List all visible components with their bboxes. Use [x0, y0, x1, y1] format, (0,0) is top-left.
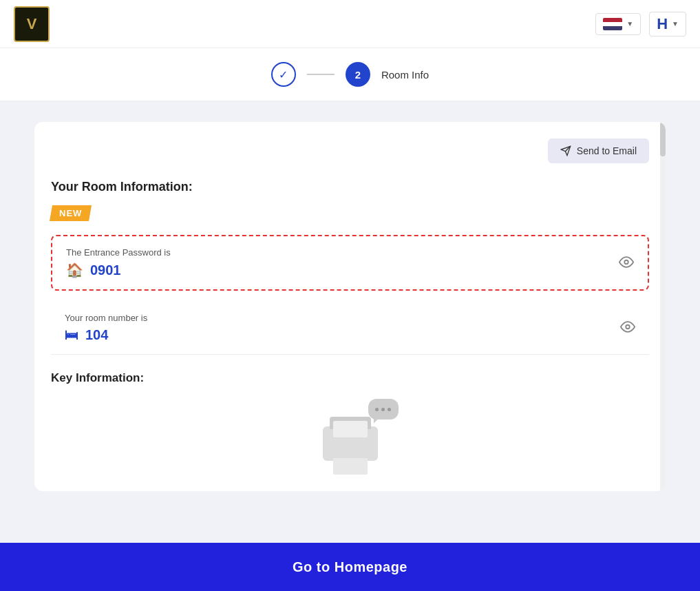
- key-illustration: [51, 399, 649, 475]
- hotel-selector[interactable]: H ▼: [649, 12, 686, 37]
- bed-icon: 🛏: [65, 327, 78, 343]
- printer-group: [323, 413, 378, 461]
- step-2-label: Room Info: [381, 69, 429, 81]
- dot3: [388, 408, 391, 411]
- info-card: Send to Email Your Room Information: NEW…: [34, 122, 666, 491]
- room-info-title: Your Room Information:: [51, 180, 649, 194]
- scroll-track: [660, 122, 666, 491]
- main-content: Send to Email Your Room Information: NEW…: [0, 101, 700, 550]
- send-icon: [560, 145, 571, 156]
- step-2-active: 2: [346, 62, 370, 87]
- printer-paper-bottom: [333, 458, 368, 475]
- chevron-down-icon: ▼: [672, 20, 679, 28]
- header-right: ▼ H ▼: [595, 12, 686, 37]
- new-badge: NEW: [50, 205, 92, 221]
- eye-icon: [620, 320, 635, 335]
- hotel-icon: H: [657, 17, 668, 32]
- scroll-thumb[interactable]: [660, 122, 666, 156]
- room-number-value: 🛏 104: [65, 327, 635, 343]
- chevron-down-icon: ▼: [626, 20, 633, 28]
- key-info-title: Key Information:: [51, 371, 649, 385]
- entrance-password-row: The Entrance Password is 🏠 0901: [51, 235, 649, 291]
- go-to-homepage-bar[interactable]: Go to Homepage: [0, 543, 700, 591]
- step-connector: [307, 74, 335, 75]
- send-email-button[interactable]: Send to Email: [548, 138, 649, 163]
- flag-icon: [603, 18, 622, 30]
- new-badge-container: NEW: [51, 205, 649, 229]
- go-to-homepage-button[interactable]: Go to Homepage: [293, 559, 407, 575]
- checkmark-icon: ✓: [279, 68, 288, 81]
- card-scroll[interactable]: Send to Email Your Room Information: NEW…: [34, 122, 666, 491]
- chat-bubble: [368, 399, 399, 419]
- house-icon: 🏠: [66, 262, 83, 278]
- language-selector[interactable]: ▼: [595, 13, 641, 35]
- printer-paper-top: [333, 421, 368, 437]
- room-number-row: Your room number is 🛏 104: [51, 302, 649, 355]
- printer-body: [323, 426, 378, 461]
- toggle-entrance-visibility[interactable]: [619, 254, 634, 271]
- step-1-done: ✓: [271, 62, 296, 87]
- svg-point-2: [624, 260, 628, 264]
- logo: V: [14, 6, 50, 42]
- entrance-label: The Entrance Password is: [66, 247, 634, 258]
- new-badge-wrapper: NEW: [51, 205, 90, 221]
- key-info-section: Key Information:: [51, 371, 649, 475]
- dot2: [381, 408, 385, 411]
- svg-point-3: [626, 325, 630, 329]
- eye-icon: [619, 254, 634, 269]
- room-number-label: Your room number is: [65, 313, 635, 323]
- header: V ▼ H ▼: [0, 0, 700, 48]
- toggle-room-visibility[interactable]: [620, 320, 635, 337]
- dot1: [375, 408, 379, 411]
- stepper: ✓ 2 Room Info: [0, 48, 700, 101]
- entrance-value: 🏠 0901: [66, 262, 634, 278]
